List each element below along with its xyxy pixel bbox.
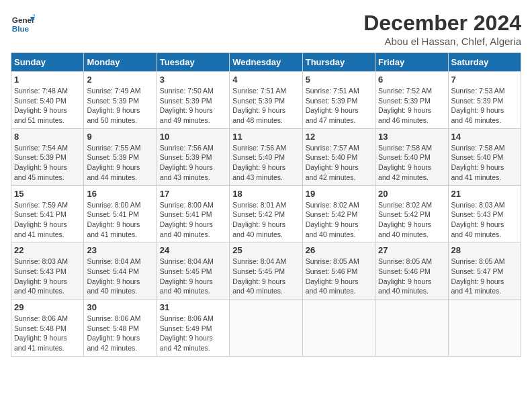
day-detail: Sunrise: 7:50 AMSunset: 5:39 PMDaylight:…	[160, 86, 226, 126]
day-detail: Sunrise: 7:48 AMSunset: 5:40 PMDaylight:…	[14, 86, 81, 126]
day-header-saturday: Saturday	[448, 53, 521, 72]
day-number: 14	[451, 132, 518, 142]
day-number: 23	[87, 245, 153, 255]
month-title: December 2024	[363, 11, 521, 36]
day-detail: Sunrise: 7:53 AMSunset: 5:39 PMDaylight:…	[451, 86, 518, 126]
day-number: 12	[306, 132, 372, 142]
day-number: 29	[14, 302, 81, 312]
calendar-cell: 11Sunrise: 7:56 AMSunset: 5:40 PMDayligh…	[230, 128, 302, 185]
day-number: 4	[232, 75, 299, 85]
calendar-cell: 13Sunrise: 7:58 AMSunset: 5:40 PMDayligh…	[375, 128, 448, 185]
day-detail: Sunrise: 7:55 AMSunset: 5:39 PMDaylight:…	[87, 143, 153, 183]
day-number: 20	[378, 189, 445, 199]
day-detail: Sunrise: 7:51 AMSunset: 5:39 PMDaylight:…	[306, 86, 372, 126]
calendar-cell: 2Sunrise: 7:49 AMSunset: 5:39 PMDaylight…	[84, 72, 157, 129]
calendar-cell: 20Sunrise: 8:02 AMSunset: 5:42 PMDayligh…	[375, 185, 448, 242]
day-detail: Sunrise: 8:06 AMSunset: 5:48 PMDaylight:…	[14, 314, 81, 353]
day-number: 18	[232, 189, 299, 199]
page-header: General Blue December 2024 Abou el Hassa…	[11, 11, 521, 47]
day-detail: Sunrise: 8:06 AMSunset: 5:49 PMDaylight:…	[160, 314, 226, 353]
svg-text:Blue: Blue	[12, 24, 30, 33]
calendar-week-2: 8Sunrise: 7:54 AMSunset: 5:39 PMDaylight…	[11, 128, 521, 185]
calendar-cell: 30Sunrise: 8:06 AMSunset: 5:48 PMDayligh…	[84, 300, 157, 357]
day-detail: Sunrise: 7:59 AMSunset: 5:41 PMDaylight:…	[14, 200, 81, 240]
day-number: 10	[160, 132, 226, 142]
day-number: 28	[451, 245, 518, 255]
calendar-cell: 28Sunrise: 8:05 AMSunset: 5:47 PMDayligh…	[448, 242, 521, 300]
calendar-cell: 24Sunrise: 8:04 AMSunset: 5:45 PMDayligh…	[157, 242, 229, 300]
day-detail: Sunrise: 8:02 AMSunset: 5:42 PMDaylight:…	[306, 200, 372, 240]
location-subtitle: Abou el Hassan, Chlef, Algeria	[363, 36, 521, 47]
day-number: 24	[160, 245, 226, 255]
calendar-body: 1Sunrise: 7:48 AMSunset: 5:40 PMDaylight…	[11, 72, 521, 357]
calendar-cell: 26Sunrise: 8:05 AMSunset: 5:46 PMDayligh…	[302, 242, 375, 300]
calendar-cell: 23Sunrise: 8:04 AMSunset: 5:44 PMDayligh…	[84, 242, 157, 300]
calendar-cell: 12Sunrise: 7:57 AMSunset: 5:40 PMDayligh…	[302, 128, 375, 185]
day-header-friday: Friday	[375, 53, 448, 72]
day-detail: Sunrise: 8:01 AMSunset: 5:42 PMDaylight:…	[232, 200, 299, 240]
calendar-cell: 8Sunrise: 7:54 AMSunset: 5:39 PMDaylight…	[11, 128, 84, 185]
calendar-cell: 5Sunrise: 7:51 AMSunset: 5:39 PMDaylight…	[302, 72, 375, 129]
day-detail: Sunrise: 8:02 AMSunset: 5:42 PMDaylight:…	[378, 200, 445, 240]
day-number: 31	[160, 302, 226, 312]
day-detail: Sunrise: 8:06 AMSunset: 5:48 PMDaylight:…	[87, 314, 153, 353]
calendar-cell: 31Sunrise: 8:06 AMSunset: 5:49 PMDayligh…	[157, 300, 229, 357]
calendar-cell: 22Sunrise: 8:03 AMSunset: 5:43 PMDayligh…	[11, 242, 84, 300]
day-detail: Sunrise: 7:58 AMSunset: 5:40 PMDaylight:…	[451, 143, 518, 183]
day-detail: Sunrise: 8:04 AMSunset: 5:44 PMDaylight:…	[87, 257, 153, 296]
day-detail: Sunrise: 7:51 AMSunset: 5:39 PMDaylight:…	[232, 86, 299, 126]
calendar-cell	[230, 300, 302, 357]
day-header-thursday: Thursday	[302, 53, 375, 72]
day-number: 22	[14, 245, 81, 255]
day-number: 21	[451, 189, 518, 199]
day-detail: Sunrise: 7:49 AMSunset: 5:39 PMDaylight:…	[87, 86, 153, 126]
day-detail: Sunrise: 8:00 AMSunset: 5:41 PMDaylight:…	[87, 200, 153, 240]
day-detail: Sunrise: 8:05 AMSunset: 5:47 PMDaylight:…	[451, 257, 518, 296]
calendar-cell: 25Sunrise: 8:04 AMSunset: 5:45 PMDayligh…	[230, 242, 302, 300]
day-number: 2	[87, 75, 153, 85]
day-detail: Sunrise: 8:00 AMSunset: 5:41 PMDaylight:…	[160, 200, 226, 240]
calendar-cell: 29Sunrise: 8:06 AMSunset: 5:48 PMDayligh…	[11, 300, 84, 357]
day-header-tuesday: Tuesday	[157, 53, 229, 72]
calendar-cell: 4Sunrise: 7:51 AMSunset: 5:39 PMDaylight…	[230, 72, 302, 129]
calendar-cell	[375, 300, 448, 357]
day-detail: Sunrise: 7:52 AMSunset: 5:39 PMDaylight:…	[378, 86, 445, 126]
day-number: 30	[87, 302, 153, 312]
day-detail: Sunrise: 8:05 AMSunset: 5:46 PMDaylight:…	[306, 257, 372, 296]
day-number: 25	[232, 245, 299, 255]
calendar-cell: 21Sunrise: 8:03 AMSunset: 5:43 PMDayligh…	[448, 185, 521, 242]
calendar-cell: 6Sunrise: 7:52 AMSunset: 5:39 PMDaylight…	[375, 72, 448, 129]
calendar-cell: 1Sunrise: 7:48 AMSunset: 5:40 PMDaylight…	[11, 72, 84, 129]
day-detail: Sunrise: 8:03 AMSunset: 5:43 PMDaylight:…	[14, 257, 81, 296]
calendar-cell: 14Sunrise: 7:58 AMSunset: 5:40 PMDayligh…	[448, 128, 521, 185]
calendar-cell: 3Sunrise: 7:50 AMSunset: 5:39 PMDaylight…	[157, 72, 229, 129]
calendar-cell: 18Sunrise: 8:01 AMSunset: 5:42 PMDayligh…	[230, 185, 302, 242]
calendar-cell: 15Sunrise: 7:59 AMSunset: 5:41 PMDayligh…	[11, 185, 84, 242]
day-number: 11	[232, 132, 299, 142]
day-number: 1	[14, 75, 81, 85]
day-number: 8	[14, 132, 81, 142]
calendar-cell: 7Sunrise: 7:53 AMSunset: 5:39 PMDaylight…	[448, 72, 521, 129]
day-header-sunday: Sunday	[11, 53, 84, 72]
calendar-week-4: 22Sunrise: 8:03 AMSunset: 5:43 PMDayligh…	[11, 242, 521, 300]
calendar-week-5: 29Sunrise: 8:06 AMSunset: 5:48 PMDayligh…	[11, 300, 521, 357]
calendar-week-3: 15Sunrise: 7:59 AMSunset: 5:41 PMDayligh…	[11, 185, 521, 242]
day-number: 5	[306, 75, 372, 85]
day-detail: Sunrise: 7:56 AMSunset: 5:40 PMDaylight:…	[232, 143, 299, 183]
svg-text:General: General	[12, 15, 35, 24]
calendar-cell: 10Sunrise: 7:56 AMSunset: 5:39 PMDayligh…	[157, 128, 229, 185]
day-detail: Sunrise: 7:56 AMSunset: 5:39 PMDaylight:…	[160, 143, 226, 183]
calendar-cell	[302, 300, 375, 357]
calendar-week-1: 1Sunrise: 7:48 AMSunset: 5:40 PMDaylight…	[11, 72, 521, 129]
day-number: 19	[306, 189, 372, 199]
calendar-cell: 16Sunrise: 8:00 AMSunset: 5:41 PMDayligh…	[84, 185, 157, 242]
calendar-cell: 27Sunrise: 8:05 AMSunset: 5:46 PMDayligh…	[375, 242, 448, 300]
day-number: 15	[14, 189, 81, 199]
day-number: 26	[306, 245, 372, 255]
day-detail: Sunrise: 7:58 AMSunset: 5:40 PMDaylight:…	[378, 143, 445, 183]
day-detail: Sunrise: 8:03 AMSunset: 5:43 PMDaylight:…	[451, 200, 518, 240]
day-detail: Sunrise: 7:54 AMSunset: 5:39 PMDaylight:…	[14, 143, 81, 183]
calendar-cell	[448, 300, 521, 357]
calendar-header-row: SundayMondayTuesdayWednesdayThursdayFrid…	[11, 53, 521, 72]
day-detail: Sunrise: 8:04 AMSunset: 5:45 PMDaylight:…	[232, 257, 299, 296]
